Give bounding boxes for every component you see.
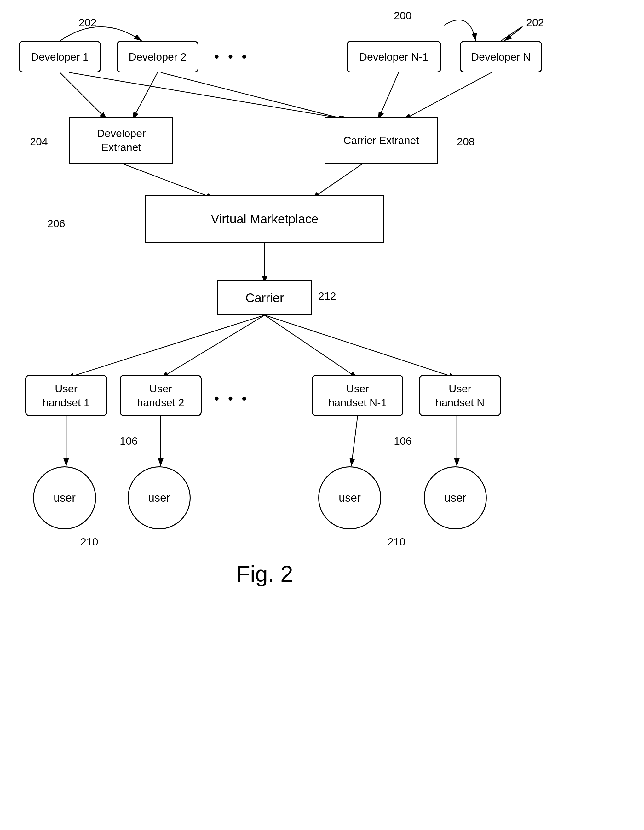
svg-line-2 (60, 73, 107, 120)
ref208-label: 208 (457, 136, 475, 148)
svg-line-8 (123, 164, 214, 198)
developer1-box: Developer 1 (19, 41, 101, 73)
ref106a-label: 106 (120, 435, 138, 447)
svg-line-4 (69, 73, 350, 120)
ref202b-label: 202 (526, 16, 544, 29)
carrier-extranet-box: Carrier Extranet (324, 117, 438, 164)
ref106b-label: 106 (394, 435, 412, 447)
user4-circle: user (424, 466, 487, 529)
user-handset2-box: Userhandset 2 (120, 375, 202, 416)
ref212-label: 212 (318, 290, 336, 302)
svg-line-6 (378, 73, 399, 120)
developerN1-box: Developer N-1 (347, 41, 441, 73)
user1-circle: user (33, 466, 96, 529)
dots1: • • • (214, 49, 249, 65)
carrier-box: Carrier (217, 280, 312, 315)
developer-extranet-box: DeveloperExtranet (69, 117, 173, 164)
fig-caption: Fig. 2 (236, 561, 293, 587)
ref202a-label: 202 (79, 16, 97, 29)
virtual-marketplace-box: Virtual Marketplace (145, 195, 385, 242)
diagram: Developer 1 Developer 2 • • • Developer … (0, 0, 644, 830)
ref204-label: 204 (30, 136, 48, 148)
user2-circle: user (128, 466, 191, 529)
ref200-label: 200 (394, 10, 412, 22)
user-handsetN-box: Userhandset N (419, 375, 501, 416)
svg-line-17 (351, 416, 358, 466)
user-handset1-box: Userhandset 1 (25, 375, 107, 416)
ref210a-label: 210 (80, 536, 98, 548)
svg-line-9 (312, 164, 362, 198)
user-handsetN1-box: Userhandset N-1 (312, 375, 403, 416)
user3-circle: user (318, 466, 381, 529)
svg-line-12 (161, 315, 265, 378)
ref210b-label: 210 (388, 536, 405, 548)
svg-line-13 (265, 315, 358, 378)
svg-line-7 (403, 73, 492, 120)
svg-line-5 (161, 73, 347, 120)
ref206-label: 206 (47, 217, 65, 230)
svg-line-14 (265, 315, 457, 378)
dots2: • • • (214, 391, 249, 407)
svg-line-3 (132, 73, 158, 120)
svg-line-11 (66, 315, 265, 378)
developer2-box: Developer 2 (117, 41, 198, 73)
developerN-box: Developer N (460, 41, 542, 73)
